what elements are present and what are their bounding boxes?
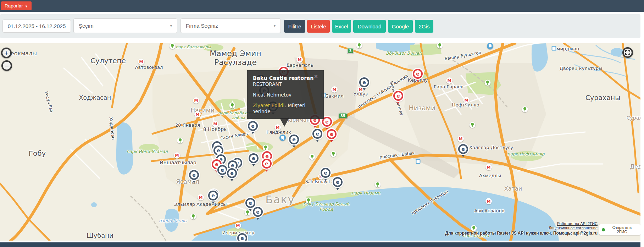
map-label: Халглар Достлугу bbox=[469, 145, 513, 150]
map-pin-gray[interactable]: e bbox=[333, 177, 343, 190]
popup-category: RESTORANT bbox=[253, 81, 318, 87]
map-label: Деде bbox=[630, 163, 640, 170]
fullscreen-icon bbox=[625, 50, 630, 55]
map-pin-red[interactable]: e bbox=[327, 129, 337, 142]
map-label: Иншаатчылар bbox=[160, 160, 196, 165]
google-button[interactable]: Google bbox=[388, 20, 413, 33]
listele-button[interactable]: Listele bbox=[307, 20, 330, 33]
api-key-note: Для корректной работы Raster JS API нуже… bbox=[445, 231, 598, 236]
map-label: парк Баладжары bbox=[176, 45, 211, 49]
2gis-pin-icon bbox=[602, 228, 605, 231]
map-pin-gray[interactable]: e bbox=[217, 165, 227, 178]
map-pin-gray[interactable]: e bbox=[359, 77, 369, 90]
map-pin-red[interactable]: e bbox=[413, 69, 423, 82]
date-range-input[interactable] bbox=[2, 20, 71, 33]
map-pin-gray[interactable]: e bbox=[321, 168, 331, 181]
map-pin-gray[interactable]: e bbox=[253, 207, 263, 220]
map-label: Сулутепе bbox=[90, 56, 126, 65]
metro-icon: М bbox=[457, 136, 464, 142]
open-in-2gis-button[interactable]: Открыть в 2ГИС bbox=[599, 224, 640, 235]
map-popup: × Baku Castle restoran RESTORANT Nicat N… bbox=[247, 70, 324, 119]
map-canvas[interactable]: × Baku Castle restoran RESTORANT Nicat N… bbox=[0, 43, 640, 241]
map-label: Хатаи bbox=[504, 185, 522, 192]
park-tree-icon bbox=[190, 214, 196, 220]
metro-icon: М bbox=[138, 59, 144, 65]
raporlar-menu-button[interactable]: Raporlar▼ bbox=[1, 1, 32, 10]
zoom-in-button[interactable]: + bbox=[1, 48, 12, 58]
map-label: Баку bbox=[266, 193, 295, 206]
map-label: озеро Ганлы bbox=[159, 218, 187, 223]
map-label: Гара Гараев bbox=[434, 84, 463, 89]
park-tree-icon bbox=[485, 80, 491, 86]
close-icon[interactable]: × bbox=[312, 73, 320, 81]
visit-label: Ziyaret Edildi bbox=[253, 103, 284, 108]
road-shield: 35 bbox=[339, 113, 347, 119]
map-pin-red[interactable]: e bbox=[262, 159, 272, 172]
api-2gis-link[interactable]: Работает на API 2ГИС bbox=[445, 221, 598, 226]
map-label: Бакмил bbox=[325, 93, 343, 99]
metro-icon: М bbox=[485, 164, 492, 170]
map-pin-gray[interactable]: e bbox=[189, 170, 199, 183]
secim-select-value: Şeçim bbox=[79, 23, 94, 29]
filitre-button[interactable]: Filitre bbox=[284, 20, 305, 33]
map-label: Дарнагюль bbox=[286, 62, 313, 68]
map-label: Böyükşor Bulvarı bbox=[386, 51, 422, 56]
page: { "header": { "raporlar_label": "Raporla… bbox=[0, 0, 644, 247]
open-in-2gis-label: Открыть в 2ГИС bbox=[607, 225, 637, 234]
map-label: Дворец культуры bbox=[560, 66, 602, 71]
zoom-out-button[interactable]: − bbox=[1, 60, 12, 71]
chevron-down-icon: ▼ bbox=[273, 24, 276, 28]
map-label: Расулзаде bbox=[214, 58, 257, 67]
popup-title: Baku Castle restoran bbox=[253, 75, 318, 81]
firma-select-value: Firma Seçiniz bbox=[186, 23, 218, 29]
map-label: парк Нефтчиляр bbox=[507, 152, 545, 157]
bottom-bar bbox=[0, 242, 640, 247]
map-label: парк Низами bbox=[351, 191, 380, 196]
license-link[interactable]: Лицензионное соглашение bbox=[445, 226, 598, 230]
download-button[interactable]: Download bbox=[353, 20, 386, 33]
map-label: Шубани bbox=[87, 232, 113, 239]
map-pin-red[interactable]: e bbox=[393, 91, 403, 104]
metro-icon: М bbox=[194, 111, 201, 117]
map-label: 8 Ноябрь bbox=[203, 126, 227, 132]
park-tree-icon bbox=[522, 106, 528, 112]
fullscreen-button[interactable] bbox=[622, 47, 633, 58]
map-label: Город bbox=[320, 207, 333, 212]
map-pin-gray[interactable]: e bbox=[249, 153, 259, 166]
road-shield: 3 bbox=[348, 48, 354, 54]
metro-icon: М bbox=[485, 198, 492, 204]
metro-icon: М bbox=[331, 86, 338, 93]
firma-select[interactable]: Firma Seçiniz ▼ bbox=[181, 18, 281, 33]
park-tree-icon bbox=[177, 138, 183, 144]
metro-icon: М bbox=[463, 97, 470, 103]
map-label: 20 Января bbox=[175, 122, 200, 128]
metro-icon: М bbox=[198, 194, 204, 201]
excel-button[interactable]: Excel bbox=[332, 20, 351, 33]
metro-icon: М bbox=[235, 223, 241, 229]
map-pin-gray[interactable]: e bbox=[237, 233, 247, 241]
filter-toolbar: Şeçim ▼ Firma Seçiniz ▼ Filitre Listele … bbox=[0, 14, 640, 38]
secim-select[interactable]: Şeçim ▼ bbox=[73, 18, 177, 33]
map-pin-gray[interactable]: e bbox=[289, 135, 299, 148]
map-label: Ходжасан bbox=[79, 94, 111, 101]
map-pin-gray[interactable]: e bbox=[458, 144, 468, 157]
gis-button[interactable]: 2Gis bbox=[415, 20, 433, 33]
map-pin-gray[interactable]: e bbox=[208, 191, 218, 204]
map-label: Сураханы bbox=[585, 94, 621, 101]
park-tree-icon bbox=[331, 151, 337, 157]
park-tree-icon bbox=[470, 122, 476, 128]
bus-stop-icon bbox=[416, 159, 421, 164]
map-label: Насими bbox=[190, 107, 214, 114]
metro-icon: М bbox=[446, 77, 453, 84]
popup-person: Nicat Nehmetov bbox=[253, 92, 318, 98]
map-pin-gray[interactable]: e bbox=[248, 121, 258, 134]
map-pin-gray[interactable]: e bbox=[312, 129, 322, 142]
map-pin-gray[interactable]: e bbox=[227, 168, 237, 181]
map-label: Ахмедлы bbox=[479, 173, 501, 178]
park-tree-icon bbox=[263, 145, 269, 151]
map-label: Амирджан bbox=[554, 46, 579, 51]
map-label: Ази Асланов bbox=[474, 208, 505, 213]
chevron-down-icon: ▼ bbox=[170, 24, 173, 28]
metro-icon: М bbox=[193, 97, 199, 104]
park-tree-icon bbox=[306, 198, 312, 204]
